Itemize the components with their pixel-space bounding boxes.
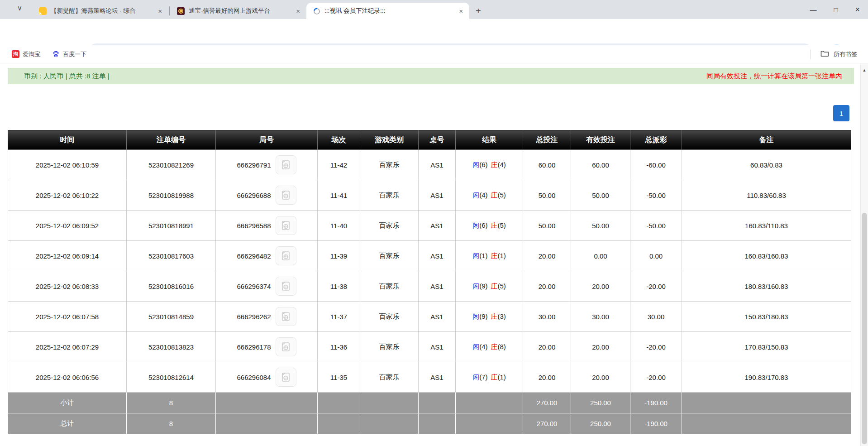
cell-bet-id: 523010813823 — [127, 332, 216, 362]
tab-strip: ∨ 【新提醒】海燕策略论坛 - 综合 × 通宝-信誉最好的网上游戏平台 × ::… — [0, 0, 868, 19]
cell-payout: -60.00 — [630, 150, 682, 180]
tab-title: :::视讯 会员下注纪录::: — [324, 7, 385, 15]
cell-round-id: 666296688 — [237, 192, 271, 199]
total-count: 8 — [127, 413, 216, 434]
cell-valid-bet: 20.00 — [571, 332, 630, 362]
pagination-page-1-button[interactable]: 1 — [833, 105, 849, 121]
cell-session: 11-40 — [318, 211, 360, 241]
scrollbar-thumb[interactable] — [862, 213, 867, 444]
cell-total-bet-link[interactable]: 20.00 — [523, 332, 571, 362]
cell-valid-bet: 50.00 — [571, 211, 630, 241]
total-total-bet: 270.00 — [523, 413, 571, 434]
cell-round-id: 666296084 — [237, 374, 271, 381]
cell-game-type: 百家乐 — [360, 302, 419, 332]
result-banker-label: 庄 — [491, 282, 498, 290]
cell-time: 2025-12-02 06:09:14 — [8, 241, 127, 271]
page-scrollbar[interactable]: ▲ — [860, 63, 868, 446]
cell-session: 11-41 — [318, 180, 360, 211]
result-player-label: 闲 — [472, 373, 479, 381]
cell-bet-id: 523010821269 — [127, 150, 216, 180]
table-row: 2025-12-02 06:07:58 523010814859 6662962… — [8, 302, 851, 332]
video-replay-button[interactable] — [276, 186, 296, 205]
cell-session: 11-37 — [318, 302, 360, 332]
window-maximize-button[interactable]: □ — [834, 6, 838, 14]
valid-bet-note-text: 同局有效投注，统一计算在该局第一张注单内 — [706, 72, 854, 81]
close-tab-icon[interactable]: × — [156, 7, 164, 15]
all-bookmarks-label: 所有书签 — [834, 50, 857, 58]
video-replay-button[interactable] — [276, 246, 296, 265]
video-replay-button[interactable] — [276, 368, 296, 387]
bookmark-taobao[interactable]: 淘 爱淘宝 — [12, 50, 40, 58]
cell-time: 2025-12-02 06:09:52 — [8, 211, 127, 241]
cell-game-type: 百家乐 — [360, 271, 419, 302]
tab-haiyan-forum[interactable]: 【新提醒】海燕策略论坛 - 综合 × — [33, 3, 168, 19]
window-close-button[interactable]: × — [855, 5, 860, 14]
cell-session: 11-39 — [318, 241, 360, 271]
cell-bet-id: 523010816016 — [127, 271, 216, 302]
new-tab-button[interactable]: + — [476, 6, 481, 16]
cell-table-id: AS1 — [419, 150, 456, 180]
bookmark-baidu[interactable]: du 百度一下 — [52, 50, 86, 58]
cell-total-bet-link[interactable]: 30.00 — [523, 302, 571, 332]
table-row: 2025-12-02 06:07:29 523010813823 6662961… — [8, 332, 851, 362]
total-label: 总计 — [8, 413, 127, 434]
cell-total-bet-link[interactable]: 50.00 — [523, 180, 571, 211]
cell-time: 2025-12-02 06:07:29 — [8, 332, 127, 362]
result-player-label: 闲 — [472, 282, 479, 290]
cell-valid-bet: 50.00 — [571, 180, 630, 211]
video-replay-button[interactable] — [276, 277, 296, 296]
video-replay-button[interactable] — [276, 307, 296, 326]
cell-table-id: AS1 — [419, 180, 456, 211]
header-remark: 备注 — [682, 130, 851, 150]
cell-session: 11-35 — [318, 362, 360, 393]
video-replay-button[interactable] — [276, 155, 296, 174]
cell-bet-id: 523010819988 — [127, 180, 216, 211]
cell-total-bet-link[interactable]: 60.00 — [523, 150, 571, 180]
subtotal-row: 小计 8 270.00 250.00 -190.00 — [8, 393, 851, 413]
tab-tongbao[interactable]: 通宝-信誉最好的网上游戏平台 × — [171, 3, 306, 19]
cell-time: 2025-12-02 06:06:56 — [8, 362, 127, 393]
cell-total-bet-link[interactable]: 20.00 — [523, 271, 571, 302]
cell-payout: -20.00 — [630, 362, 682, 393]
scroll-up-arrow-icon[interactable]: ▲ — [861, 68, 868, 72]
table-row: 2025-12-02 06:06:56 523010812614 6662960… — [8, 362, 851, 393]
cell-result: 闲(4)庄(8) — [456, 332, 523, 362]
cell-remark: 160.83/110.83 — [682, 211, 851, 241]
tab-bet-records-active[interactable]: :::视讯 会员下注纪录::: × — [306, 3, 469, 19]
bookmark-label: 爱淘宝 — [23, 50, 40, 58]
cell-round-id: 666296374 — [237, 283, 271, 290]
cell-total-bet-link[interactable]: 50.00 — [523, 211, 571, 241]
bookmark-label: 百度一下 — [63, 50, 86, 58]
result-banker-label: 庄 — [491, 343, 498, 350]
cell-bet-id: 523010814859 — [127, 302, 216, 332]
close-tab-icon[interactable]: × — [457, 7, 465, 15]
window-minimize-button[interactable]: — — [810, 6, 816, 14]
browser-window: ∨ 【新提醒】海燕策略论坛 - 综合 × 通宝-信誉最好的网上游戏平台 × ::… — [0, 0, 868, 446]
cell-remark: 190.83/170.83 — [682, 362, 851, 393]
cell-table-id: AS1 — [419, 302, 456, 332]
header-valid-bet: 有效投注 — [571, 130, 630, 150]
video-replay-button[interactable] — [276, 216, 296, 235]
close-tab-icon[interactable]: × — [294, 7, 302, 15]
cell-valid-bet: 20.00 — [571, 271, 630, 302]
cell-remark: 110.83/60.83 — [682, 180, 851, 211]
cell-total-bet-link[interactable]: 20.00 — [523, 362, 571, 393]
cell-game-type: 百家乐 — [360, 362, 419, 393]
summary-info-bar: 币别 : 人民币 | 总共 :8 注单 | 同局有效投注，统一计算在该局第一张注… — [8, 68, 854, 84]
result-player-label: 闲 — [472, 343, 479, 350]
video-replay-button[interactable] — [276, 337, 296, 356]
cell-total-bet-link[interactable]: 20.00 — [523, 241, 571, 271]
tab-search-chevron-icon[interactable]: ∨ — [17, 4, 22, 12]
total-row: 总计 8 270.00 250.00 -190.00 — [8, 413, 851, 434]
cell-remark: 180.83/160.83 — [682, 271, 851, 302]
cell-result: 闲(6)庄(5) — [456, 211, 523, 241]
tab-title: 【新提醒】海燕策略论坛 - 综合 — [51, 7, 136, 15]
cell-game-type: 百家乐 — [360, 241, 419, 271]
result-banker-label: 庄 — [491, 161, 498, 168]
cell-valid-bet: 60.00 — [571, 150, 630, 180]
all-bookmarks-button[interactable]: 所有书签 — [810, 50, 857, 59]
cell-time: 2025-12-02 06:10:59 — [8, 150, 127, 180]
cell-game-type: 百家乐 — [360, 150, 419, 180]
total-payout: -190.00 — [630, 413, 682, 434]
subtotal-valid-bet: 250.00 — [571, 393, 630, 413]
